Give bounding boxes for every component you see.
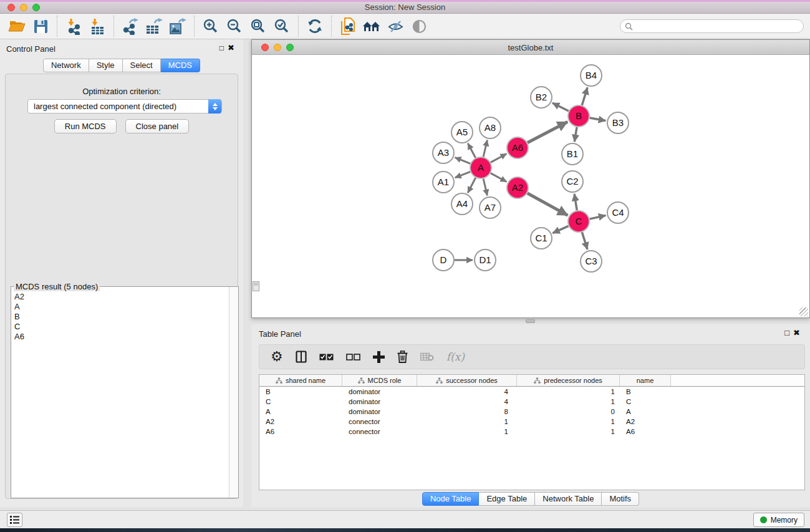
mcds-result-list[interactable]: A2ABCA6 — [12, 289, 228, 497]
node-A5[interactable]: A5 — [451, 122, 473, 143]
tab-select[interactable]: Select — [123, 59, 161, 72]
tab-network-table[interactable]: Network Table — [535, 492, 602, 506]
tab-mcds[interactable]: MCDS — [161, 59, 200, 72]
edge-A-A3[interactable] — [455, 157, 471, 163]
edge-A-A2[interactable] — [491, 173, 507, 182]
search-input[interactable] — [635, 22, 798, 31]
node-C2[interactable]: C2 — [562, 171, 583, 192]
edge-C-C4[interactable] — [590, 215, 606, 219]
zoom-selected-icon[interactable] — [270, 16, 294, 37]
node-C3[interactable]: C3 — [581, 251, 602, 272]
export-table-icon[interactable] — [142, 16, 166, 37]
edge-C-C2[interactable] — [574, 194, 577, 210]
delete-columns-icon[interactable] — [397, 349, 408, 365]
edge-B-B1[interactable] — [574, 127, 577, 142]
close-panel-icon[interactable]: ✖ — [228, 43, 238, 52]
save-session-icon[interactable] — [29, 16, 52, 37]
tab-motifs[interactable]: Motifs — [602, 492, 639, 506]
export-image-icon[interactable] — [166, 16, 190, 37]
edge-A-A5[interactable] — [468, 143, 475, 158]
new-network-from-selection-icon[interactable] — [336, 16, 360, 37]
node-C4[interactable]: C4 — [607, 202, 629, 223]
node-A1[interactable]: A1 — [433, 172, 454, 193]
node-A[interactable]: A — [470, 157, 491, 178]
optimization-criterion-dropdown[interactable]: largest connected component (directed) — [27, 99, 222, 114]
node-A8[interactable]: A8 — [480, 117, 501, 138]
edge-A-A1[interactable] — [455, 172, 471, 177]
edge-A-A4[interactable] — [468, 178, 476, 193]
edge-A-A7[interactable] — [483, 179, 487, 196]
column-header-successor-nodes[interactable]: successor nodes — [417, 375, 517, 386]
node-A4[interactable]: A4 — [451, 193, 473, 215]
unselect-all-columns-icon[interactable] — [346, 349, 360, 365]
zoom-out-icon[interactable] — [223, 16, 246, 37]
result-scrollbar[interactable] — [229, 287, 238, 498]
hide-selected-icon[interactable] — [383, 16, 407, 37]
edge-A6-B[interactable] — [528, 122, 567, 142]
node-B4[interactable]: B4 — [581, 65, 602, 86]
node-D1[interactable]: D1 — [475, 249, 496, 271]
export-network-icon[interactable] — [118, 16, 142, 37]
column-header-predecessor-nodes[interactable]: predecessor nodes — [517, 375, 620, 386]
tab-node-table[interactable]: Node Table — [422, 492, 480, 506]
run-mcds-button[interactable]: Run MCDS — [54, 119, 117, 133]
node-B1[interactable]: B1 — [562, 143, 583, 165]
first-neighbors-icon[interactable] — [360, 16, 383, 37]
mcds-result-item[interactable]: A2 — [14, 292, 228, 302]
table-row[interactable]: Adominator80A — [259, 407, 804, 417]
memory-button[interactable]: Memory — [753, 513, 804, 527]
function-builder-icon[interactable]: f(x) — [446, 349, 465, 365]
edge-A-A8[interactable] — [483, 140, 487, 157]
node-B[interactable]: B — [568, 105, 589, 127]
float-panel-icon[interactable]: □ — [219, 44, 228, 52]
window-resize-grip[interactable] — [799, 307, 808, 316]
show-all-icon[interactable] — [407, 16, 431, 37]
open-session-icon[interactable] — [5, 16, 29, 37]
zoom-fit-icon[interactable] — [246, 16, 270, 37]
close-panel-button[interactable]: Close panel — [125, 119, 190, 133]
mcds-result-item[interactable]: C — [14, 322, 228, 332]
zoom-in-icon[interactable] — [199, 16, 223, 37]
create-column-icon[interactable] — [373, 349, 385, 365]
mcds-result-item[interactable]: A6 — [14, 332, 228, 342]
table-row[interactable]: A2connector11A2 — [259, 417, 804, 427]
import-table-icon[interactable] — [85, 16, 109, 37]
network-window-titlebar[interactable]: testGlobe.txt — [252, 40, 809, 55]
panel-divider-handle[interactable] — [526, 319, 535, 323]
edge-A-A6[interactable] — [491, 154, 507, 163]
node-A2[interactable]: A2 — [507, 177, 528, 198]
import-network-icon[interactable] — [62, 16, 85, 37]
column-header-shared-name[interactable]: shared name — [259, 375, 342, 386]
edge-C-C1[interactable] — [552, 226, 568, 233]
close-table-panel-icon[interactable]: ✖ — [793, 328, 804, 337]
edge-C-C3[interactable] — [582, 232, 587, 249]
edge-B-B4[interactable] — [582, 87, 587, 105]
node-D[interactable]: D — [433, 249, 454, 271]
node-C[interactable]: C — [568, 211, 589, 232]
node-C1[interactable]: C1 — [531, 228, 552, 249]
table-row[interactable]: A6connector11A6 — [259, 427, 804, 437]
mcds-result-item[interactable]: B — [14, 312, 228, 322]
select-all-columns-icon[interactable] — [319, 349, 334, 365]
edge-B-B3[interactable] — [590, 118, 606, 120]
tab-edge-table[interactable]: Edge Table — [479, 492, 535, 506]
column-header-name[interactable]: name — [620, 375, 671, 386]
edge-B-B2[interactable] — [552, 103, 569, 111]
node-B2[interactable]: B2 — [531, 87, 552, 108]
destroy-table-icon[interactable] — [420, 349, 434, 365]
refresh-layout-icon[interactable] — [303, 16, 327, 37]
search-field[interactable] — [620, 19, 804, 33]
mcds-result-item[interactable]: A — [14, 302, 228, 312]
canvas-scroll-widget[interactable] — [253, 281, 259, 291]
node-A3[interactable]: A3 — [433, 142, 454, 163]
node-A7[interactable]: A7 — [480, 197, 501, 218]
tab-network[interactable]: Network — [43, 59, 89, 72]
table-row[interactable]: Bdominator41B — [259, 387, 804, 397]
table-options-icon[interactable]: ⚙ — [271, 349, 283, 365]
node-A6[interactable]: A6 — [507, 137, 528, 158]
network-canvas[interactable]: B4B2BB3A8A5A6A3B1AA1C2A2A4A7C4CC1DD1C3 — [252, 55, 809, 317]
task-history-icon[interactable] — [7, 513, 22, 527]
float-table-panel-icon[interactable]: □ — [784, 328, 793, 337]
table-row[interactable]: Cdominator41C — [259, 397, 804, 407]
column-header-MCDS-role[interactable]: MCDS role — [342, 375, 417, 386]
